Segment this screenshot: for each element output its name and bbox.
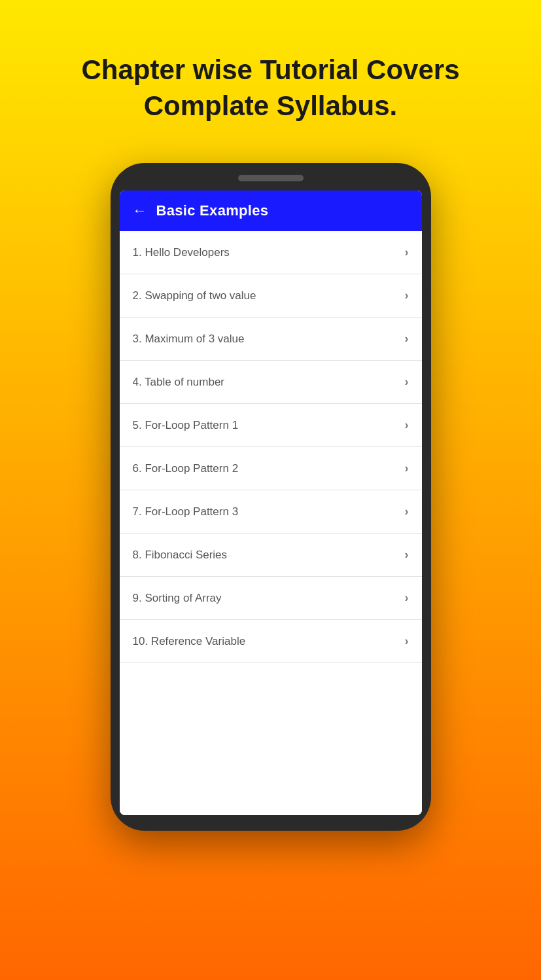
chevron-right-icon: › <box>405 289 409 302</box>
chevron-right-icon: › <box>405 375 409 389</box>
chevron-right-icon: › <box>405 245 409 259</box>
phone-speaker <box>238 175 304 181</box>
list-item-label: 9. Sorting of Array <box>133 592 222 605</box>
chevron-right-icon: › <box>405 634 409 648</box>
menu-list: 1. Hello Developers›2. Swapping of two v… <box>120 231 422 815</box>
title-line1: Chapter wise Tutorial Covers <box>81 54 459 85</box>
back-button[interactable]: ← <box>133 202 147 219</box>
list-item[interactable]: 7. For-Loop Pattern 3› <box>120 490 422 534</box>
list-item[interactable]: 8. Fibonacci Series› <box>120 534 422 577</box>
chevron-right-icon: › <box>405 505 409 518</box>
list-item[interactable]: 4. Table of number› <box>120 361 422 404</box>
list-item[interactable]: 10. Reference Variable› <box>120 620 422 663</box>
app-header-title: Basic Examples <box>156 202 269 219</box>
list-item[interactable]: 9. Sorting of Array› <box>120 577 422 620</box>
list-item[interactable]: 6. For-Loop Pattern 2› <box>120 447 422 490</box>
list-item[interactable]: 1. Hello Developers› <box>120 231 422 274</box>
list-item-label: 7. For-Loop Pattern 3 <box>133 505 239 518</box>
list-item-label: 4. Table of number <box>133 376 225 389</box>
list-item[interactable]: 3. Maximum of 3 value› <box>120 318 422 361</box>
list-item-label: 6. For-Loop Pattern 2 <box>133 462 239 475</box>
list-item-label: 5. For-Loop Pattern 1 <box>133 419 239 432</box>
list-item-label: 2. Swapping of two value <box>133 289 256 302</box>
list-item-label: 10. Reference Variable <box>133 635 246 648</box>
list-item[interactable]: 2. Swapping of two value› <box>120 274 422 318</box>
list-item-label: 3. Maximum of 3 value <box>133 333 245 346</box>
list-item-label: 1. Hello Developers <box>133 246 230 259</box>
chevron-right-icon: › <box>405 591 409 605</box>
list-item-label: 8. Fibonacci Series <box>133 549 228 562</box>
chevron-right-icon: › <box>405 462 409 475</box>
list-item[interactable]: 5. For-Loop Pattern 1› <box>120 404 422 447</box>
app-header: ← Basic Examples <box>120 191 422 231</box>
chevron-right-icon: › <box>405 548 409 562</box>
title-line2: Complate Syllabus. <box>144 90 397 121</box>
phone-screen: ← Basic Examples 1. Hello Developers›2. … <box>120 191 422 815</box>
page-title: Chapter wise Tutorial Covers Complate Sy… <box>42 52 498 124</box>
chevron-right-icon: › <box>405 418 409 432</box>
phone-device: ← Basic Examples 1. Hello Developers›2. … <box>111 163 431 831</box>
chevron-right-icon: › <box>405 332 409 346</box>
